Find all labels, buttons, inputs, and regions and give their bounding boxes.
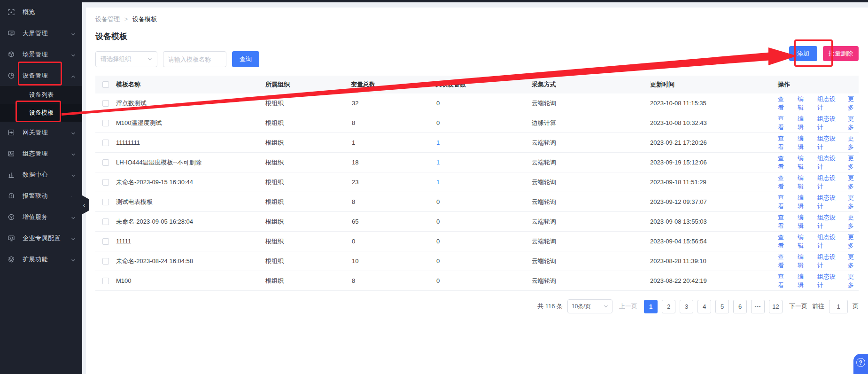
scada-design-link[interactable]: 组态设计: [817, 154, 839, 171]
row-checkbox[interactable]: [102, 258, 109, 265]
row-checkbox[interactable]: [102, 179, 109, 186]
page-number-button[interactable]: 6: [733, 300, 747, 313]
gateway-icon: [8, 129, 15, 136]
prev-page-button[interactable]: 上一页: [619, 302, 637, 311]
linked-devices-cell[interactable]: 1: [435, 159, 532, 166]
more-link[interactable]: 更多: [848, 233, 859, 250]
sidebar-item-overview[interactable]: 概览: [0, 1, 82, 23]
scada-design-link[interactable]: 组态设计: [817, 213, 839, 230]
row-checkbox[interactable]: [102, 218, 109, 225]
row-checkbox[interactable]: [102, 120, 109, 126]
goto-page-input[interactable]: [829, 300, 848, 313]
table-row: 未命名-2023-09-15 16:30:44 根组织 23 1 云端轮询 20…: [95, 172, 859, 192]
edit-link[interactable]: 编辑: [798, 134, 808, 151]
sidebar-item-device[interactable]: 设备管理: [0, 65, 82, 86]
page-size-select[interactable]: 10条/页: [567, 299, 612, 313]
scada-design-link[interactable]: 组态设计: [817, 233, 839, 250]
page-number-button[interactable]: 12: [769, 300, 783, 313]
scada-design-link[interactable]: 组态设计: [817, 194, 839, 210]
select-all-checkbox[interactable]: [102, 81, 109, 88]
view-link[interactable]: 查看: [778, 174, 789, 191]
org-cell: 根组织: [265, 119, 351, 127]
page-unit-label: 页: [852, 302, 859, 311]
sidebar-item-extension[interactable]: 扩展功能: [0, 249, 82, 270]
col-header-updated-time: 更新时间: [650, 80, 778, 89]
scada-design-link[interactable]: 组态设计: [817, 115, 839, 132]
more-link[interactable]: 更多: [848, 273, 859, 289]
view-link[interactable]: 查看: [778, 253, 789, 270]
template-name-input[interactable]: [163, 51, 226, 67]
sidebar-item-alarm[interactable]: 报警联动: [0, 185, 82, 206]
chevron-down-icon: [71, 215, 76, 219]
sidebar-item-screen[interactable]: 大屏管理: [0, 23, 82, 44]
page-number-button[interactable]: •••: [751, 300, 765, 313]
row-checkbox[interactable]: [102, 278, 109, 284]
view-link[interactable]: 查看: [778, 134, 789, 151]
sidebar-item-gateway[interactable]: 网关管理: [0, 122, 82, 143]
sidebar-item-label: 增值服务: [23, 213, 71, 221]
view-link[interactable]: 查看: [778, 273, 789, 289]
sidebar-item-enterprise[interactable]: 企业专属配置: [0, 227, 82, 249]
scada-design-link[interactable]: 组态设计: [817, 253, 839, 270]
collection-method-cell: 云端轮询: [532, 99, 650, 108]
scada-design-link[interactable]: 组态设计: [817, 134, 839, 151]
chevron-down-icon: [71, 130, 76, 135]
batch-delete-button[interactable]: 批量删除: [823, 46, 859, 61]
linked-devices-cell: 0: [435, 119, 532, 126]
org-select[interactable]: 请选择组织: [95, 51, 157, 67]
sidebar-item-vas[interactable]: 增值服务: [0, 206, 82, 227]
query-button[interactable]: 查询: [232, 51, 259, 67]
sidebar-item-data-center[interactable]: 数据中心: [0, 164, 82, 185]
view-link[interactable]: 查看: [778, 115, 789, 132]
scada-design-link[interactable]: 组态设计: [817, 273, 839, 289]
edit-link[interactable]: 编辑: [798, 213, 808, 230]
sidebar-item-device-list[interactable]: 设备列表: [0, 86, 82, 104]
breadcrumb-parent[interactable]: 设备管理: [95, 15, 120, 23]
add-button[interactable]: 添加: [789, 46, 817, 61]
edit-link[interactable]: 编辑: [798, 233, 808, 250]
row-checkbox[interactable]: [102, 140, 109, 146]
row-checkbox[interactable]: [102, 100, 109, 107]
next-page-button[interactable]: 下一页: [789, 302, 807, 311]
view-link[interactable]: 查看: [778, 194, 789, 210]
col-header-collection-method: 采集方式: [532, 80, 650, 89]
edit-link[interactable]: 编辑: [798, 154, 808, 171]
row-checkbox[interactable]: [102, 159, 109, 166]
row-checkbox[interactable]: [102, 238, 109, 245]
sidebar-item-config[interactable]: 组态管理: [0, 143, 82, 164]
more-link[interactable]: 更多: [848, 213, 859, 230]
view-link[interactable]: 查看: [778, 95, 789, 112]
scada-design-link[interactable]: 组态设计: [817, 174, 839, 191]
help-button[interactable]: ?: [853, 354, 868, 374]
row-checkbox[interactable]: [102, 199, 109, 205]
sidebar-collapse-handle[interactable]: ‹: [72, 195, 89, 215]
more-link[interactable]: 更多: [848, 253, 859, 270]
more-link[interactable]: 更多: [848, 95, 859, 112]
view-link[interactable]: 查看: [778, 213, 789, 230]
page-number-button[interactable]: 3: [680, 300, 693, 313]
more-link[interactable]: 更多: [848, 115, 859, 132]
edit-link[interactable]: 编辑: [798, 253, 808, 270]
more-link[interactable]: 更多: [848, 194, 859, 210]
edit-link[interactable]: 编辑: [798, 194, 808, 210]
table-action-buttons: 添加 批量删除: [789, 46, 859, 61]
edit-link[interactable]: 编辑: [798, 115, 808, 132]
linked-devices-cell[interactable]: 1: [435, 139, 532, 146]
page-number-button[interactable]: 4: [698, 300, 711, 313]
edit-link[interactable]: 编辑: [798, 273, 808, 289]
scada-design-link[interactable]: 组态设计: [817, 95, 839, 112]
edit-link[interactable]: 编辑: [798, 95, 808, 112]
view-link[interactable]: 查看: [778, 154, 789, 171]
page-number-button[interactable]: 1: [644, 300, 658, 313]
page-number-button[interactable]: 2: [662, 300, 675, 313]
sidebar-item-device-template[interactable]: 设备模板: [0, 104, 82, 122]
edit-link[interactable]: 编辑: [798, 174, 808, 191]
linked-devices-cell[interactable]: 1: [435, 179, 532, 186]
config-icon: [8, 150, 15, 157]
more-link[interactable]: 更多: [848, 174, 859, 191]
page-number-button[interactable]: 5: [715, 300, 729, 313]
more-link[interactable]: 更多: [848, 154, 859, 171]
more-link[interactable]: 更多: [848, 134, 859, 151]
view-link[interactable]: 查看: [778, 233, 789, 250]
sidebar-item-scene[interactable]: 场景管理: [0, 44, 82, 65]
